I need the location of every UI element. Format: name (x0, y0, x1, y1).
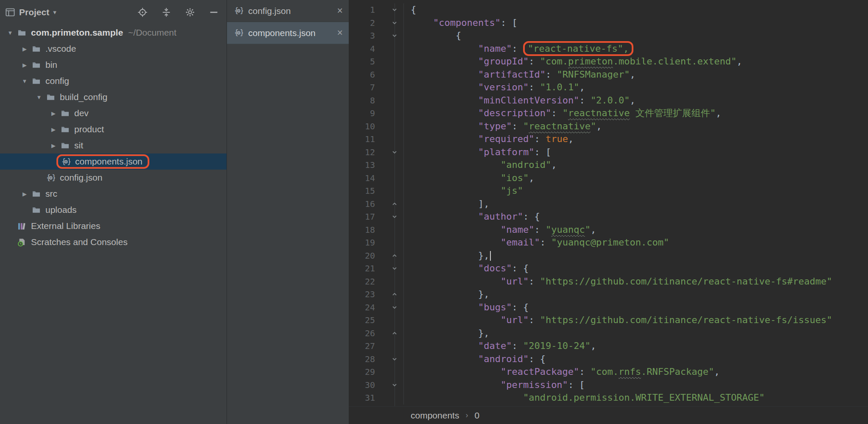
code-text[interactable]: "platform": [ (404, 146, 551, 159)
tree-item-dev[interactable]: ▶dev (0, 105, 227, 121)
fold-collapse-icon[interactable] (385, 17, 404, 30)
fold-collapse-icon[interactable] (385, 379, 404, 392)
settings-gear-icon[interactable] (185, 7, 195, 17)
code-text[interactable]: "name": "react-native-fs", (404, 42, 633, 56)
hide-panel-icon[interactable] (209, 7, 219, 17)
fold-collapse-icon[interactable] (385, 29, 404, 42)
tree-item-bin[interactable]: ▶bin (0, 57, 227, 73)
expand-arrow-icon[interactable]: ▶ (19, 62, 31, 68)
tree-item-scratches-and-consoles[interactable]: ▶Scratches and Consoles (0, 234, 227, 250)
fold-collapse-icon[interactable] (385, 146, 404, 159)
fold-gutter (385, 94, 404, 107)
tree-item-uploads[interactable]: ▶uploads (0, 202, 227, 218)
code-text[interactable]: }, (404, 288, 489, 301)
code-line: 5 "groupId": "com.primeton.mobile.client… (349, 55, 868, 68)
tree-item-product[interactable]: ▶product (0, 121, 227, 137)
collapse-arrow-icon[interactable]: ▼ (33, 94, 45, 100)
tree-item-external-libraries[interactable]: ▶External Libraries (0, 218, 227, 234)
code-text[interactable]: "minClientVersion": "2.0.0", (404, 94, 636, 107)
collapse-all-icon[interactable] (161, 7, 171, 17)
code-text[interactable]: { (404, 29, 461, 42)
code-text[interactable]: "ios", (404, 172, 534, 185)
code-text[interactable]: "email": "yuanqc@primeton.com" (404, 236, 669, 249)
json-file-icon: {} (60, 156, 71, 167)
expand-arrow-icon[interactable]: ▶ (48, 126, 59, 133)
fold-collapse-icon[interactable] (385, 301, 404, 314)
code-line: 29 "reactPackage": "com.rnfs.RNFSPackage… (349, 365, 868, 379)
breadcrumb-item-0[interactable]: 0 (474, 410, 479, 421)
code-text[interactable]: "url": "https://github.com/itinance/reac… (404, 314, 832, 327)
tree-item-components-json[interactable]: ▶{}components.json (0, 153, 227, 170)
collapse-arrow-icon[interactable]: ▼ (4, 30, 16, 36)
tab-config-json[interactable]: {}config.json× (227, 0, 349, 22)
code-text[interactable]: "android": { (404, 353, 546, 366)
json-file-icon: {} (233, 6, 244, 16)
expand-arrow-icon[interactable]: ▶ (19, 46, 31, 52)
breadcrumb-item-components[interactable]: components (411, 410, 459, 421)
fold-expand-icon[interactable] (385, 198, 404, 211)
tree-item-label: dev (74, 108, 89, 118)
code-line: 3 { (349, 29, 868, 42)
tree-item-build-config[interactable]: ▼build_config (0, 89, 227, 105)
code-text[interactable]: "docs": { (404, 262, 529, 275)
code-token: "description" (478, 108, 551, 118)
tree-item-config[interactable]: ▼config (0, 73, 227, 89)
locate-icon[interactable] (137, 7, 148, 17)
tab-components-json[interactable]: {}components.json× (227, 22, 349, 44)
code-token: "android" (478, 354, 529, 364)
code-text[interactable]: "android.permission.WRITE_EXTERNAL_STORA… (404, 391, 764, 404)
code-text[interactable]: }, (404, 249, 491, 262)
expand-arrow-icon[interactable]: ▶ (48, 142, 59, 149)
code-text[interactable]: "android", (404, 159, 557, 172)
code-text[interactable]: "js" (404, 184, 523, 198)
collapse-arrow-icon[interactable]: ▼ (19, 78, 31, 84)
line-number: 20 (349, 249, 385, 262)
code-token: : { (512, 263, 529, 273)
close-tab-icon[interactable]: × (337, 6, 343, 16)
code-text[interactable]: }, (404, 327, 489, 340)
project-view-icon (5, 7, 15, 17)
close-tab-icon[interactable]: × (337, 28, 343, 38)
fold-expand-icon[interactable] (385, 288, 404, 301)
tree-item-com-primeton-sample[interactable]: ▼com.primeton.sample~/Document (0, 25, 227, 41)
tree-item-src[interactable]: ▶src (0, 186, 227, 202)
expand-arrow-icon[interactable]: ▶ (19, 191, 31, 197)
tree-item-vscode[interactable]: ▶.vscode (0, 41, 227, 57)
code-text[interactable]: "date": "2019-10-24", (404, 340, 596, 353)
code-text[interactable]: "groupId": "com.primeton.mobile.client.e… (404, 55, 742, 68)
code-text[interactable]: "description": "reactnative 文件管理扩展组件", (404, 107, 721, 120)
fold-collapse-icon[interactable] (385, 210, 404, 223)
code-text[interactable]: ], (404, 198, 489, 211)
project-view-selector[interactable]: Project ▾ (5, 7, 56, 17)
fold-collapse-icon[interactable] (385, 3, 404, 17)
expand-arrow-icon[interactable]: ▶ (48, 110, 59, 117)
code-text[interactable]: "artifactId": "RNFSManager", (404, 68, 636, 81)
tree-item-sit[interactable]: ▶sit (0, 137, 227, 153)
fold-gutter (385, 275, 404, 288)
code-text[interactable]: "name": "yuanqc", (404, 223, 596, 237)
code-token (411, 276, 501, 287)
fold-collapse-icon[interactable] (385, 353, 404, 366)
code-text[interactable]: "author": { (404, 210, 540, 223)
tree-item-config-json[interactable]: ▶{}config.json (0, 170, 227, 186)
fold-expand-icon[interactable] (385, 327, 404, 340)
code-editor[interactable]: 1{2 "components": [3 {4 "name": "react-n… (349, 0, 868, 406)
code-token: " (563, 108, 568, 118)
fold-gutter (385, 184, 404, 198)
code-text[interactable]: "type": "reactnative", (404, 120, 602, 133)
code-text[interactable]: "version": "1.0.1", (404, 81, 585, 94)
fold-gutter (385, 172, 404, 185)
code-text[interactable]: { (404, 3, 416, 17)
code-text[interactable]: "bugs": { (404, 301, 529, 314)
code-text[interactable]: "required": true, (404, 133, 574, 146)
code-text[interactable]: "components": [ (404, 17, 518, 30)
fold-collapse-icon[interactable] (385, 262, 404, 275)
code-text[interactable]: "url": "https://github.com/itinance/reac… (404, 275, 832, 288)
folder-icon (31, 205, 42, 215)
code-text[interactable]: "permission": [ (404, 379, 585, 392)
code-token: "artifactId" (478, 69, 546, 80)
fold-gutter (385, 120, 404, 133)
code-text[interactable]: "reactPackage": "com.rnfs.RNFSPackage", (404, 365, 720, 379)
line-number: 7 (349, 81, 385, 94)
fold-expand-icon[interactable] (385, 249, 404, 262)
